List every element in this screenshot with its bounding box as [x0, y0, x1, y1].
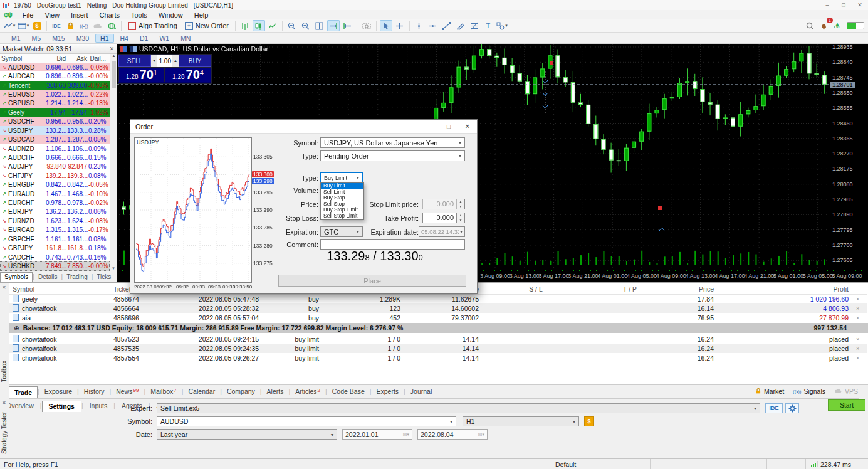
market-watch-row[interactable]: ↗USDCHF0.956...0.956...0.20% [0, 117, 110, 126]
order-type-option[interactable]: Sell Stop Limit [321, 213, 363, 219]
tester-close-icon[interactable]: ✕ [2, 400, 6, 406]
cancel-order-icon[interactable]: × [852, 345, 867, 352]
place-button[interactable]: Place [278, 275, 466, 287]
tester-tab-settings[interactable]: Settings [42, 401, 81, 412]
toolbox-tab-exposure[interactable]: Exposure [39, 387, 77, 395]
start-button[interactable]: Start [828, 399, 865, 411]
cursor-tool-icon[interactable] [380, 20, 392, 31]
close-position-icon[interactable]: × [852, 305, 867, 312]
table-row[interactable]: chowtaifook48575232022.08.05 09:24:15buy… [9, 334, 867, 344]
new-order-button[interactable]: +New Order [181, 20, 233, 31]
line-chart-mode-icon[interactable] [266, 20, 279, 31]
order-symbol-select[interactable]: USDJPY, US Dollar vs Japanese Yen▾ [320, 137, 465, 148]
volume-value[interactable]: 1.00 [157, 58, 172, 65]
timeframe-h4[interactable]: H4 [115, 34, 133, 43]
crosshair-tool-icon[interactable] [394, 20, 406, 31]
menu-tools[interactable]: Tools [125, 11, 153, 19]
market-watch-row[interactable]: ↘AUDNZD1.106...1.106...0.09% [0, 144, 110, 153]
market-watch-row[interactable]: ↘USDJPY133.2...133.3...0.28% [0, 126, 110, 135]
toolbox-tab-company[interactable]: Company [222, 387, 260, 395]
search-icon[interactable] [803, 20, 816, 31]
chart-shift-icon[interactable] [341, 20, 353, 31]
table-row[interactable]: chowtaifook48575542022.08.05 09:26:27buy… [9, 353, 867, 362]
one-click-toggle-icon[interactable] [130, 46, 137, 52]
lock-icon[interactable] [64, 20, 76, 31]
market-watch-row[interactable]: ↘GBPJPY161.8...161.8...0.18% [0, 243, 110, 252]
mw-col-symbol[interactable]: Symbol [0, 55, 46, 62]
table-row[interactable]: chowtaifook48566642022.08.05 05:28:32buy… [9, 303, 867, 313]
market-watch-row[interactable]: ↗USDCAD1.287...1.287...0.05% [0, 135, 110, 144]
scrollbar-thumb[interactable] [112, 61, 116, 88]
toolbox-tab-alerts[interactable]: Alerts [262, 387, 289, 395]
market-watch-row[interactable]: ↗EURCHF0.978...0.978...-0.02% [0, 198, 110, 207]
toolbox-tab-journal[interactable]: Journal [405, 387, 437, 395]
market-watch-row[interactable]: ↗AUDCHF0.666...0.666...0.15% [0, 153, 110, 162]
timeframe-mn[interactable]: MN [175, 34, 196, 43]
toolbox-tab-trade[interactable]: Trade [9, 386, 38, 398]
order-kind-select[interactable]: Pending Order▾ [320, 150, 465, 161]
market-watch-row[interactable]: ↗EURGBP0.842...0.842...-0.05% [0, 180, 110, 189]
menu-file[interactable]: File [17, 11, 39, 19]
cancel-order-icon[interactable]: × [852, 336, 867, 342]
menu-view[interactable]: View [39, 11, 65, 19]
market-watch-header[interactable]: SymbolBidAskDail... [0, 54, 110, 63]
window-profile-icon[interactable]: ▾ [17, 20, 29, 31]
menu-help[interactable]: Help [189, 11, 214, 19]
mw-col-bid[interactable]: Bid [46, 55, 67, 62]
market-watch-row[interactable]: ↘AUDJPY92.84092.8470.23% [0, 162, 110, 171]
trendline-tool-icon[interactable] [441, 20, 453, 31]
status-profile[interactable]: Default [550, 459, 650, 469]
market-watch-row[interactable]: ↗EURUSD1.022...1.022...-0.22% [0, 90, 110, 98]
mw-tab-symbols[interactable]: Symbols [0, 272, 33, 282]
mw-col-daily[interactable]: Dail... [88, 55, 107, 62]
market-watch-row[interactable]: ↗CADCHF0.743...0.743...0.16% [0, 253, 110, 261]
menu-insert[interactable]: Insert [65, 11, 94, 19]
tester-symbol-select[interactable]: AUDUSD▾ [157, 416, 456, 426]
tester-date-range-select[interactable]: Last year▾ [157, 429, 337, 440]
zoom-in-icon[interactable] [286, 20, 298, 31]
window-maximize-button[interactable]: □ [835, 0, 852, 10]
zoom-out-icon[interactable] [300, 20, 312, 31]
expand-icon[interactable]: ⊕ [14, 324, 19, 332]
market-watch-row[interactable]: ↗GBPUSD1.214...1.214...-0.13% [0, 99, 110, 108]
market-watch-row[interactable]: ↘USDHKD7.849...7.850...-0.00% [0, 261, 110, 270]
toolbox-tab-code-base[interactable]: Code Base [327, 387, 370, 395]
volume-up-icon[interactable]: ▲ [172, 55, 179, 67]
tester-deposit-icon[interactable]: $ [584, 416, 594, 426]
order-type-select[interactable]: Buy Limit▾ [320, 172, 363, 183]
levels-icon[interactable]: ▲LVL [831, 20, 844, 31]
market-watch-row[interactable]: ↘EURCAD1.315...1.315...-0.17% [0, 226, 110, 234]
price-scale[interactable]: 1.289351.288401.287451.286501.285551.284… [829, 44, 868, 270]
market-watch-row[interactable]: ↘CHFJPY139.2...139.3...0.08% [0, 171, 110, 180]
tester-settings-gear-icon[interactable] [785, 403, 799, 413]
tester-ide-button[interactable]: IDE [765, 403, 783, 413]
channel-tool-icon[interactable] [454, 20, 467, 31]
buy-price-display[interactable]: 1.28704 [165, 67, 211, 82]
close-position-icon[interactable]: × [852, 315, 867, 321]
menu-window[interactable]: Window [153, 11, 189, 19]
vertical-line-tool-icon[interactable] [413, 20, 426, 31]
depth-of-market-icon[interactable] [120, 46, 127, 52]
comment-field[interactable] [320, 239, 465, 250]
toolbox-button-signals[interactable]: ((•))Signals [793, 387, 825, 395]
shapes-tool-icon[interactable]: ▾ [496, 20, 508, 31]
notifications-bell-icon[interactable]: 1 [817, 20, 830, 31]
volume-stepper[interactable]: ▼ 1.00 ▲ [151, 55, 179, 67]
cancel-order-icon[interactable]: × [852, 355, 867, 361]
market-watch-row[interactable]: ↗Tencent308.60309.00-0.93% [0, 81, 110, 90]
market-watch-row[interactable]: ↗Geely17.9417.94-1.92% [0, 108, 110, 117]
bar-chart-mode-icon[interactable] [239, 20, 251, 31]
menu-charts[interactable]: Charts [94, 11, 125, 19]
table-row[interactable]: aia48566962022.08.05 05:57:04buy45279.37… [9, 313, 867, 322]
timeframe-m30[interactable]: M30 [71, 34, 94, 43]
accounts-icon[interactable]: $ [31, 20, 43, 31]
market-watch-close-icon[interactable]: ✕ [109, 46, 114, 52]
mw-tab-details[interactable]: Details [34, 273, 61, 280]
scroll-down-icon[interactable]: ▼ [112, 266, 115, 270]
timeframe-m5[interactable]: M5 [27, 34, 46, 43]
table-row[interactable]: geely48566742022.08.05 05:47:48buy1.289K… [9, 294, 867, 303]
take-profit-field[interactable]: 0.000 ▲▼ [422, 213, 465, 223]
close-position-icon[interactable]: × [852, 296, 867, 302]
toolbox-close-icon[interactable]: ✕ [2, 285, 6, 290]
mw-col-ask[interactable]: Ask [67, 55, 88, 62]
